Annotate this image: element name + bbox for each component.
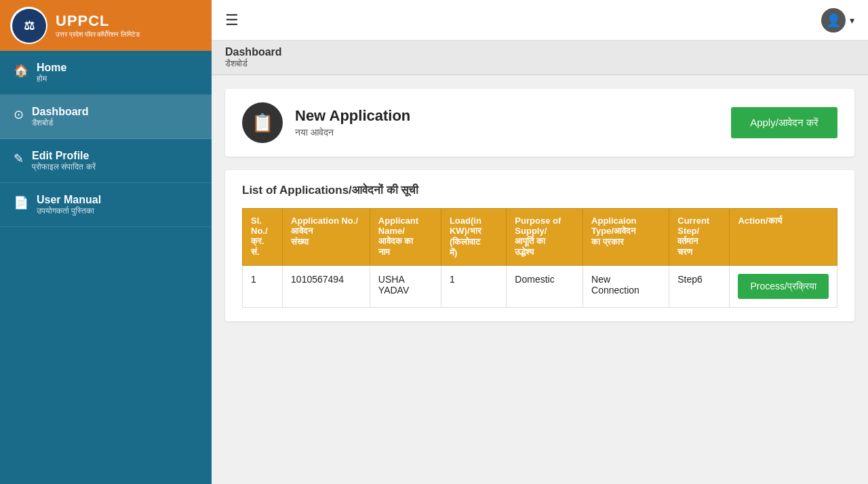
brand-main: UPPCL bbox=[56, 12, 140, 30]
process-button[interactable]: Process/प्रक्रिया bbox=[738, 274, 828, 299]
table-header-cell: Sl. No./ क्र. सं. bbox=[243, 209, 283, 266]
table-cell: 1 bbox=[441, 266, 506, 308]
nav-item-text-edit-profile: Edit Profile प्रोफाइल संपादित करें bbox=[32, 150, 96, 172]
nav-item-text-home: Home होम bbox=[37, 62, 66, 83]
sidebar-nav: 🏠 Home होम ⊙ Dashboard डैशबोर्ड ✎ Edit P… bbox=[0, 51, 212, 484]
dashboard-icon: ⊙ bbox=[14, 107, 24, 122]
sidebar-header: ⚖ UPPCL उत्तर प्रदेश पॉवर कॉर्पोरेशन लिम… bbox=[0, 0, 212, 51]
logo-container: ⚖ bbox=[10, 7, 47, 44]
user-manual-icon: 📄 bbox=[14, 195, 28, 210]
table-cell: Step6 bbox=[669, 266, 730, 308]
new-app-icon: 📋 bbox=[242, 102, 283, 143]
user-section[interactable]: 👤 ▾ bbox=[821, 8, 854, 33]
table-header-cell: Purpose of Supply/ आपूर्ति का उद्धेश्य bbox=[507, 209, 583, 266]
brand-sub: उत्तर प्रदेश पॉवर कॉर्पोरेशन लिमिटेड bbox=[56, 30, 140, 39]
home-icon: 🏠 bbox=[14, 63, 28, 78]
table-body: 11010567494USHA YADAV1DomesticNew Connec… bbox=[243, 266, 837, 308]
sidebar-item-user-manual[interactable]: 📄 User Manual उपयोगकर्ता पुस्तिका bbox=[0, 183, 212, 227]
chevron-down-icon: ▾ bbox=[850, 15, 854, 26]
breadcrumb: Dashboard डैशबोर्ड bbox=[212, 41, 868, 75]
new-app-text: New Application नया आवेदन bbox=[295, 107, 410, 138]
table-header-cell: Current Step/ वर्तमान चरण bbox=[669, 209, 730, 266]
table-cell: Domestic bbox=[507, 266, 583, 308]
table-header-cell: Applicaion Type/आवेदन का प्रकार bbox=[583, 209, 669, 266]
table-header-cell: Application No./आवेदन संख्या bbox=[283, 209, 370, 266]
sidebar-item-edit-profile[interactable]: ✎ Edit Profile प्रोफाइल संपादित करें bbox=[0, 139, 212, 183]
table-header-cell: Applicant Name/ आवेदक का नाम bbox=[370, 209, 441, 266]
sidebar: ⚖ UPPCL उत्तर प्रदेश पॉवर कॉर्पोरेशन लिम… bbox=[0, 0, 212, 484]
apply-button[interactable]: Apply/आवेदन करें bbox=[731, 107, 837, 138]
applications-list-card: List of Applications/आवेदनों की सूची Sl.… bbox=[225, 170, 854, 321]
table-header-cell: Load(in KW)/भार (किलोवाट में) bbox=[441, 209, 506, 266]
user-avatar: 👤 bbox=[821, 8, 846, 33]
nav-item-text-dashboard: Dashboard डैशबोर्ड bbox=[32, 106, 89, 127]
table-row: 11010567494USHA YADAV1DomesticNew Connec… bbox=[243, 266, 837, 308]
topbar: ☰ 👤 ▾ bbox=[212, 0, 868, 41]
table-cell: New Connection bbox=[583, 266, 669, 308]
main-content: ☰ 👤 ▾ Dashboard डैशबोर्ड 📋 New Applicati… bbox=[212, 0, 868, 484]
edit-profile-icon: ✎ bbox=[14, 151, 24, 166]
page-content: 📋 New Application नया आवेदन Apply/आवेदन … bbox=[212, 75, 868, 484]
applications-table: Sl. No./ क्र. सं.Application No./आवेदन स… bbox=[242, 208, 837, 308]
table-cell: 1010567494 bbox=[283, 266, 370, 308]
new-app-title-hi: नया आवेदन bbox=[295, 127, 410, 138]
table-cell: USHA YADAV bbox=[370, 266, 441, 308]
action-cell: Process/प्रक्रिया bbox=[730, 266, 837, 308]
nav-item-text-user-manual: User Manual उपयोगकर्ता पुस्तिका bbox=[37, 194, 101, 216]
new-app-title-en: New Application bbox=[295, 107, 410, 125]
list-title: List of Applications/आवेदनों की सूची bbox=[242, 184, 837, 197]
table-header: Sl. No./ क्र. सं.Application No./आवेदन स… bbox=[243, 209, 837, 266]
brand-text: UPPCL उत्तर प्रदेश पॉवर कॉर्पोरेशन लिमिट… bbox=[56, 12, 140, 39]
breadcrumb-label-hi: डैशबोर्ड bbox=[225, 58, 854, 69]
new-application-card: 📋 New Application नया आवेदन Apply/आवेदन … bbox=[225, 89, 854, 157]
breadcrumb-label-en: Dashboard bbox=[225, 46, 854, 58]
hamburger-icon[interactable]: ☰ bbox=[225, 12, 239, 29]
table-header-cell: Action/कार्य bbox=[730, 209, 837, 266]
new-app-left: 📋 New Application नया आवेदन bbox=[242, 102, 410, 143]
logo-icon: ⚖ bbox=[12, 9, 46, 43]
sidebar-item-home[interactable]: 🏠 Home होम bbox=[0, 51, 212, 95]
table-cell: 1 bbox=[243, 266, 283, 308]
sidebar-item-dashboard[interactable]: ⊙ Dashboard डैशबोर्ड bbox=[0, 95, 212, 139]
